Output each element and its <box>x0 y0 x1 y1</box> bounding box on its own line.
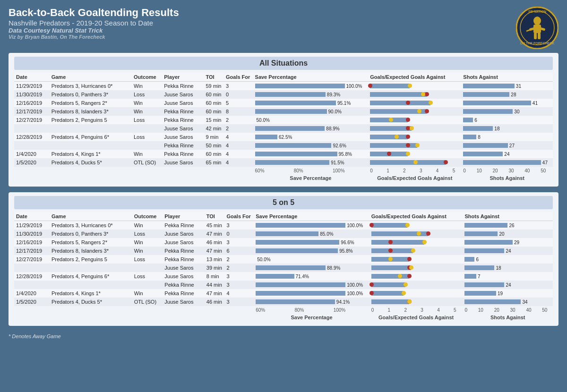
td-goals-for: 2 <box>224 264 254 272</box>
td-shots-bar: 18 <box>463 264 553 272</box>
td-toi: 47 min <box>205 230 225 238</box>
td-goals-for: 5 <box>224 99 253 107</box>
td-shots-bar: 6 <box>463 255 553 264</box>
td-goals-bar <box>368 150 461 158</box>
table-header-row: DateGameOutcomePlayerTOIGoals ForSave Pe… <box>14 212 553 221</box>
td-goals-for: 4 <box>224 158 253 167</box>
svg-text:ON THE FORECHECK: ON THE FORECHECK <box>520 42 555 45</box>
shots-chart-label: Shots Against <box>463 314 553 321</box>
td-game <box>50 264 132 272</box>
td-game: Predators 3, Hurricanes 0* <box>50 82 132 91</box>
table-row: 12/28/2019Predators 4, Penguins 6*LossJu… <box>14 133 553 141</box>
th-game: Game <box>50 212 132 221</box>
td-goals-for: 6 <box>224 247 254 255</box>
td-game: Predators 5, Rangers 2* <box>50 238 132 247</box>
td-savepct-bar: 95.8% <box>254 247 369 255</box>
td-outcome: Loss <box>132 255 163 264</box>
table-row: 12/28/2019Predators 4, Penguins 6*LossJu… <box>14 272 553 281</box>
td-outcome: OTL (SO) <box>132 298 163 306</box>
th-toi: TOI <box>205 212 225 221</box>
td-savepct-bar: 100.0% <box>254 221 369 230</box>
td-goals-for: 3 <box>224 272 254 281</box>
page-subtitle: Nashville Predators - 2019-20 Season to … <box>9 19 179 27</box>
th-save-pct-col: Save Percentage <box>253 73 369 82</box>
td-goals-for: 4 <box>224 289 254 298</box>
td-goals-bar <box>369 230 463 238</box>
td-game: Predators 4, Penguins 6* <box>50 272 132 281</box>
table-row: 11/30/2019Predators 0, Panthers 3*LossJu… <box>14 230 553 238</box>
td-toi: 60 min <box>204 150 224 158</box>
td-goals-for: 2 <box>224 124 253 133</box>
table-row: Juuse Saros42 min2 88.9% 18 <box>14 124 553 133</box>
td-date: 12/17/2019 <box>14 107 50 116</box>
goals-axis: 012345 <box>368 167 461 174</box>
td-date: 11/29/2019 <box>14 221 50 230</box>
td-goals-bar <box>368 141 461 150</box>
td-toi: 46 min <box>205 238 225 247</box>
td-shots-bar: 7 <box>463 272 553 281</box>
td-outcome: Win <box>132 247 163 255</box>
table-row: 1/5/2020Predators 4, Ducks 5*OTL (SO)Juu… <box>14 298 553 306</box>
td-player: Juuse Saros <box>162 99 204 107</box>
td-date: 11/30/2019 <box>14 90 50 99</box>
header-text: Back-to-Back Goaltending Results Nashvil… <box>9 7 179 40</box>
sections-container: All SituationsDateGameOutcomePlayerTOIGo… <box>9 53 558 326</box>
td-player: Juuse Saros <box>163 272 204 281</box>
td-player: Pekka Rinne <box>162 107 204 116</box>
td-outcome <box>132 281 163 289</box>
table-row: Pekka Rinne50 min4 92.6% 27 <box>14 141 553 150</box>
td-goals-bar <box>368 133 461 141</box>
td-toi: 60 min <box>204 99 224 107</box>
th-player: Player <box>163 212 204 221</box>
td-savepct-bar: 95.1% <box>253 99 369 107</box>
td-toi: 8 min <box>205 272 225 281</box>
th-goals-col: Goals/Expected Goals Against <box>369 212 463 221</box>
td-savepct-bar: 96.6% <box>254 238 369 247</box>
td-game: Predators 4, Penguins 6* <box>50 133 132 141</box>
td-goals-for: 3 <box>224 298 254 306</box>
td-game: Predators 4, Kings 1* <box>50 150 132 158</box>
th-date: Date <box>14 73 50 82</box>
page-title: Back-to-Back Goaltending Results <box>9 7 179 19</box>
td-game: Predators 0, Panthers 3* <box>50 90 132 99</box>
td-goals-for: 0 <box>224 90 253 99</box>
th-shots-col: Shots Against <box>461 73 553 82</box>
td-date: 12/16/2019 <box>14 99 50 107</box>
td-toi: 47 min <box>205 247 225 255</box>
td-goals-bar <box>368 158 461 167</box>
td-player: Pekka Rinne <box>163 221 204 230</box>
td-outcome <box>132 264 163 272</box>
td-goals-for: 2 <box>224 255 254 264</box>
td-game <box>50 124 132 133</box>
td-goals-bar <box>369 264 463 272</box>
axis-row: 60%80%100% 012345 01020304050 <box>14 306 553 314</box>
td-goals-for: 3 <box>224 281 254 289</box>
td-game: Predators 4, Ducks 5* <box>50 158 132 167</box>
td-goals-bar <box>368 90 461 99</box>
td-savepct-bar: 100.0% <box>254 281 369 289</box>
th-outcome: Outcome <box>132 212 163 221</box>
td-goals-bar <box>369 289 463 298</box>
td-savepct-bar: 94.1% <box>254 298 369 306</box>
chart-label-row: Save PercentageGoals/Expected Goals Agai… <box>14 314 553 321</box>
th-goals-col: Goals/Expected Goals Against <box>368 73 461 82</box>
table-row: 1/4/2020Predators 4, Kings 1*WinPekka Ri… <box>14 289 553 298</box>
td-date <box>14 281 50 289</box>
td-player: Pekka Rinne <box>162 141 204 150</box>
th-goals-for: Goals For <box>224 212 254 221</box>
table-row: Pekka Rinne44 min3 100.0% 24 <box>14 281 553 289</box>
td-date: 12/27/2019 <box>14 116 50 124</box>
td-outcome: Win <box>132 107 162 116</box>
td-outcome: Loss <box>132 133 162 141</box>
header-area: Back-to-Back Goaltending Results Nashvil… <box>9 7 558 49</box>
td-date: 12/28/2019 <box>14 272 50 281</box>
td-savepct-bar: 89.3% <box>253 90 369 99</box>
td-date: 1/5/2020 <box>14 298 50 306</box>
td-savepct-bar: 85.0% <box>254 230 369 238</box>
td-outcome: Loss <box>132 90 162 99</box>
section-title-1: 5 on 5 <box>14 196 553 209</box>
td-goals-for: 0 <box>224 230 254 238</box>
td-date: 12/16/2019 <box>14 238 50 247</box>
td-date: 11/29/2019 <box>14 82 50 91</box>
td-goals-for: 8 <box>224 107 253 116</box>
